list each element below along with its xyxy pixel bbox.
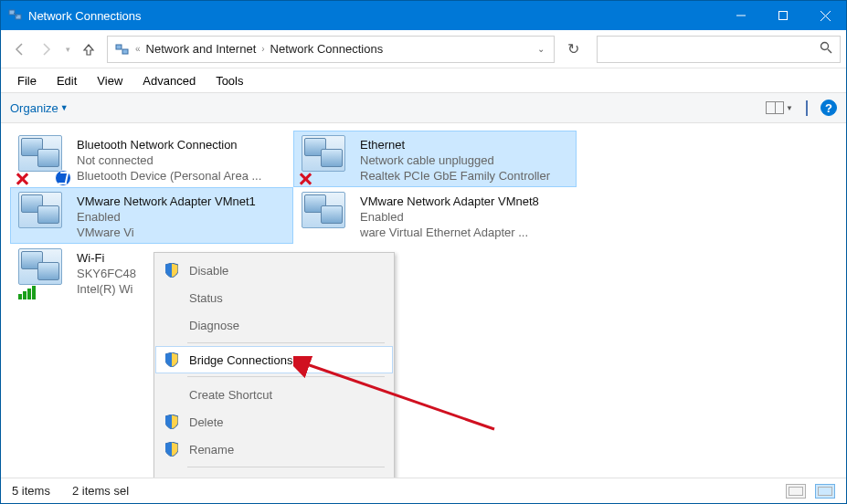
shield-icon [165, 442, 182, 457]
pane-icon [806, 100, 808, 116]
bluetooth-icon [55, 170, 71, 186]
search-icon [820, 41, 832, 58]
connection-icon [18, 135, 69, 183]
ctx-label: Delete [189, 415, 224, 429]
preview-pane-button[interactable] [806, 101, 808, 115]
ctx-separator [187, 342, 385, 343]
svg-rect-4 [779, 12, 788, 20]
connection-device: Bluetooth Device (Personal Area ... [77, 168, 261, 184]
titlebar: Network Connections [1, 1, 846, 30]
shield-icon [165, 415, 182, 429]
shield-icon [165, 263, 182, 278]
ctx-bridge-connections[interactable]: Bridge Connections [155, 346, 393, 373]
ctx-status[interactable]: Status [156, 284, 392, 311]
view-details-button[interactable] [786, 484, 806, 499]
svg-point-9 [821, 42, 829, 49]
svg-rect-0 [9, 10, 15, 15]
menubar: File Edit View Advanced Tools [1, 68, 846, 92]
connection-device: VMware Vi [77, 225, 256, 240]
error-x-icon [298, 172, 312, 186]
connection-icon [18, 192, 69, 239]
svg-line-10 [828, 49, 831, 53]
ctx-create-shortcut[interactable]: Create Shortcut [156, 381, 392, 408]
connection-icon [302, 135, 353, 183]
status-bar: 5 items 2 items sel [1, 478, 846, 503]
breadcrumb-segment[interactable]: Network Connections [265, 42, 389, 56]
connection-name: Wi-Fi [77, 250, 136, 266]
organize-button[interactable]: Organize [10, 101, 58, 115]
connection-device: Intel(R) Wi [77, 281, 136, 297]
view-tiles-button[interactable] [815, 484, 835, 499]
svg-rect-8 [122, 49, 128, 54]
ctx-label: Create Shortcut [189, 388, 272, 402]
menu-file[interactable]: File [8, 71, 46, 90]
connection-status: Not connected [77, 152, 261, 168]
organize-bar: Organize ▼ ▼ ? [1, 92, 846, 123]
connection-device: ware Virtual Ethernet Adapter ... [360, 225, 539, 240]
connection-status: Enabled [360, 209, 539, 225]
forward-button[interactable] [34, 37, 59, 62]
window-title: Network Connections [28, 9, 720, 23]
back-button[interactable] [6, 37, 32, 62]
chevron-down-icon: ▼ [786, 104, 793, 112]
maximize-button[interactable] [762, 1, 804, 30]
ctx-label: Bridge Connections [189, 353, 292, 367]
shield-icon [165, 352, 182, 367]
ctx-diagnose[interactable]: Diagnose [156, 311, 392, 339]
up-button[interactable] [76, 37, 101, 62]
ctx-delete[interactable]: Delete [156, 408, 392, 436]
ctx-label: Disable [189, 264, 228, 278]
view-layout-button[interactable]: ▼ [766, 101, 793, 114]
connection-item[interactable]: VMware Network Adapter VMnet1 Enabled VM… [10, 187, 293, 244]
breadcrumb[interactable]: « Network and Internet › Network Connect… [107, 36, 555, 63]
breadcrumb-root-icon [110, 42, 135, 57]
connection-status: Network cable unplugged [360, 152, 550, 168]
connection-icon [302, 192, 353, 239]
connection-item[interactable]: Bluetooth Network Connection Not connect… [10, 131, 293, 187]
status-item-count: 5 items [12, 484, 50, 498]
minimize-button[interactable] [720, 1, 762, 30]
ctx-label: Status [189, 291, 223, 305]
status-selected-count: 2 items sel [72, 484, 129, 498]
ctx-label: Rename [189, 443, 234, 457]
svg-rect-7 [116, 45, 122, 49]
context-menu: Disable Status Diagnose Bridge Connectio… [154, 252, 395, 503]
connection-name: Ethernet [360, 137, 550, 152]
help-button[interactable]: ? [821, 100, 837, 116]
error-x-icon [15, 172, 29, 186]
titlebar-icon [8, 7, 23, 25]
recent-dropdown[interactable]: ▾ [61, 37, 74, 62]
breadcrumb-segment[interactable]: Network and Internet [141, 42, 262, 56]
connection-name: Bluetooth Network Connection [77, 137, 261, 152]
content-area[interactable]: Bluetooth Network Connection Not connect… [1, 123, 846, 470]
layout-icon [766, 101, 784, 114]
ctx-separator [187, 376, 385, 377]
window-root: Network Connections ▾ [0, 0, 847, 504]
connection-grid: Bluetooth Network Connection Not connect… [10, 131, 837, 300]
ctx-disable[interactable]: Disable [156, 257, 392, 284]
close-button[interactable] [804, 1, 846, 30]
ctx-rename[interactable]: Rename [156, 436, 392, 463]
refresh-button[interactable]: ↻ [556, 40, 589, 58]
connection-name: VMware Network Adapter VMnet1 [77, 194, 256, 209]
menu-advanced[interactable]: Advanced [133, 71, 205, 90]
nav-toolbar: ▾ « Network and Internet › Network Conne… [1, 30, 846, 68]
connection-item[interactable]: Ethernet Network cable unplugged Realtek… [293, 131, 577, 187]
organize-caret-icon: ▼ [60, 103, 69, 112]
ctx-separator [187, 467, 385, 467]
connection-status: SKY6FC48 [77, 266, 136, 281]
menu-view[interactable]: View [88, 71, 132, 90]
connection-status: Enabled [77, 209, 256, 225]
connection-device: Realtek PCIe GbE Family Controller [360, 168, 550, 184]
menu-tools[interactable]: Tools [206, 71, 252, 90]
breadcrumb-dropdown[interactable]: ⌄ [530, 44, 552, 54]
connection-icon [18, 248, 69, 296]
connection-item[interactable]: VMware Network Adapter VMnet8 Enabled wa… [293, 187, 577, 244]
connection-name: VMware Network Adapter VMnet8 [360, 194, 539, 209]
menu-edit[interactable]: Edit [48, 71, 86, 90]
search-input[interactable] [597, 36, 841, 63]
wifi-signal-icon [18, 286, 36, 299]
ctx-label: Diagnose [189, 319, 239, 332]
